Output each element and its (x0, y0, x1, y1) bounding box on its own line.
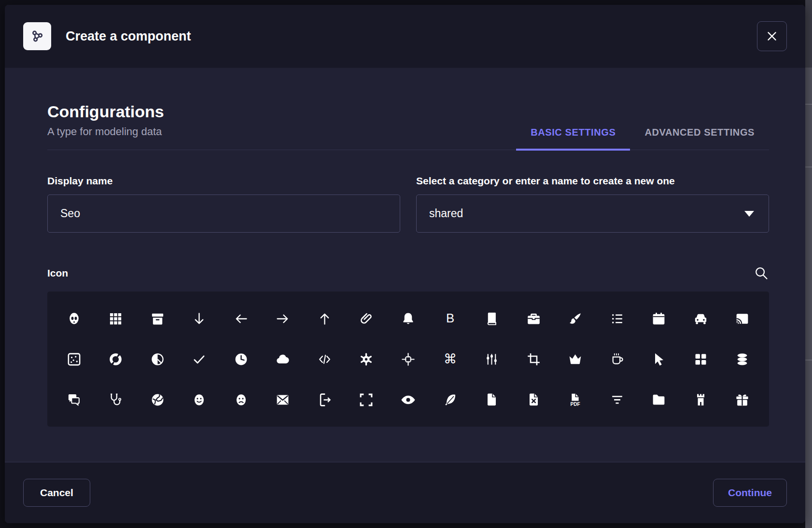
icon-option-briefcase[interactable] (513, 298, 555, 339)
background-scrollbar[interactable] (805, 0, 812, 528)
display-name-field: Display name Seo (47, 175, 400, 233)
attachment-icon (359, 311, 374, 326)
close-button[interactable] (757, 21, 787, 51)
icon-option-archive[interactable] (137, 298, 179, 339)
display-name-label: Display name (47, 175, 400, 187)
eye-icon (401, 392, 416, 407)
bell-icon (401, 311, 416, 326)
icon-picker-header: Icon (47, 265, 769, 281)
icon-option-check[interactable] (179, 339, 221, 379)
icon-picker-label: Icon (47, 267, 68, 279)
component-icon (23, 22, 51, 50)
earth-icon (150, 392, 165, 407)
arrowLeft-icon (234, 311, 249, 326)
svg-text:B: B (446, 311, 454, 325)
icon-option-clock[interactable] (220, 339, 262, 379)
icon-option-bulletList[interactable] (596, 298, 638, 339)
svg-text:PDF: PDF (571, 402, 580, 407)
icon-option-folder[interactable] (638, 379, 680, 420)
icon-option-bold[interactable]: B (429, 298, 471, 339)
dashboard-icon (693, 352, 708, 367)
icon-option-calendar[interactable] (638, 298, 680, 339)
icon-option-emotionHappy[interactable] (179, 379, 221, 420)
filePdf-icon: PDF (568, 392, 583, 407)
bold-icon: B (443, 311, 458, 326)
icon-search-button[interactable] (754, 265, 769, 281)
archive-icon (150, 311, 165, 326)
icon-option-database[interactable] (722, 339, 764, 379)
icon-option-brush[interactable] (554, 298, 596, 339)
icon-option-apps[interactable] (95, 298, 137, 339)
icon-option-feather[interactable] (429, 379, 471, 420)
icon-option-dashboard[interactable] (680, 339, 722, 379)
icon-option-command[interactable]: ⌘ (429, 339, 471, 379)
icon-option-filter[interactable] (596, 379, 638, 420)
icon-option-filePdf[interactable]: PDF (554, 379, 596, 420)
icon-option-cloud[interactable] (262, 339, 304, 379)
icon-option-car[interactable] (680, 298, 722, 339)
icon-option-connector[interactable] (471, 339, 513, 379)
folder-icon (651, 392, 666, 407)
filter-icon (610, 392, 625, 407)
discuss-icon (67, 392, 82, 407)
close-icon (766, 30, 778, 42)
icon-option-arrowRight[interactable] (262, 298, 304, 339)
feather-icon (443, 392, 458, 407)
fileError-icon (526, 392, 541, 407)
icon-option-expand[interactable] (346, 379, 388, 420)
continue-button[interactable]: Continue (713, 479, 787, 507)
connector-icon (484, 352, 499, 367)
icon-grid-row: ⌘ (53, 339, 763, 379)
gift-icon (735, 392, 750, 407)
icon-option-crown[interactable] (554, 339, 596, 379)
icon-option-discuss[interactable] (53, 379, 95, 420)
cog-icon (359, 352, 374, 367)
cup-icon (610, 352, 625, 367)
category-select[interactable]: shared (416, 195, 769, 233)
icon-option-attachment[interactable] (346, 298, 388, 339)
icon-option-envelop[interactable] (262, 379, 304, 420)
tab-advanced-settings[interactable]: ADVANCED SETTINGS (630, 127, 769, 151)
icon-option-arrowDown[interactable] (179, 298, 221, 339)
database-icon (735, 352, 750, 367)
icon-option-arrowLeft[interactable] (220, 298, 262, 339)
icon-option-arrowUp[interactable] (304, 298, 346, 339)
background-divider (805, 167, 812, 167)
create-component-modal: Create a component Configurations A type… (5, 5, 805, 523)
cancel-button[interactable]: Cancel (23, 479, 90, 507)
calendar-icon (651, 311, 666, 326)
icon-option-chartPie[interactable] (137, 339, 179, 379)
background-scrollbar-track (805, 0, 812, 68)
icon-option-alien[interactable] (53, 298, 95, 339)
display-name-input[interactable]: Seo (47, 195, 400, 233)
icon-option-cog[interactable] (346, 339, 388, 379)
icon-option-chartCircle[interactable] (95, 339, 137, 379)
collapse-icon (401, 352, 416, 367)
cast-icon (735, 311, 750, 326)
icon-option-cup[interactable] (596, 339, 638, 379)
icon-option-fileError[interactable] (513, 379, 555, 420)
icon-option-exit[interactable] (304, 379, 346, 420)
icon-option-earth[interactable] (137, 379, 179, 420)
tab-basic-settings[interactable]: BASIC SETTINGS (516, 127, 630, 151)
form-row: Display name Seo Select a category or en… (47, 175, 769, 233)
icon-option-collapse[interactable] (387, 339, 429, 379)
section-titles: Configurations A type for modeling data (47, 103, 164, 150)
icon-option-bell[interactable] (387, 298, 429, 339)
chartPie-icon (150, 352, 165, 367)
doctor-icon (108, 392, 123, 407)
icon-option-gift[interactable] (722, 379, 764, 420)
icon-option-eye[interactable] (387, 379, 429, 420)
search-icon (754, 265, 769, 281)
icon-option-code[interactable] (304, 339, 346, 379)
icon-option-cast[interactable] (722, 298, 764, 339)
icon-option-doctor[interactable] (95, 379, 137, 420)
icon-option-file[interactable] (471, 379, 513, 420)
icon-option-book[interactable] (471, 298, 513, 339)
icon-option-gate[interactable] (680, 379, 722, 420)
icon-option-crop[interactable] (513, 339, 555, 379)
icon-option-cursor[interactable] (638, 339, 680, 379)
icon-grid-row: B (53, 298, 763, 339)
icon-option-emotionUnhappy[interactable] (220, 379, 262, 420)
icon-option-chartBubble[interactable] (53, 339, 95, 379)
